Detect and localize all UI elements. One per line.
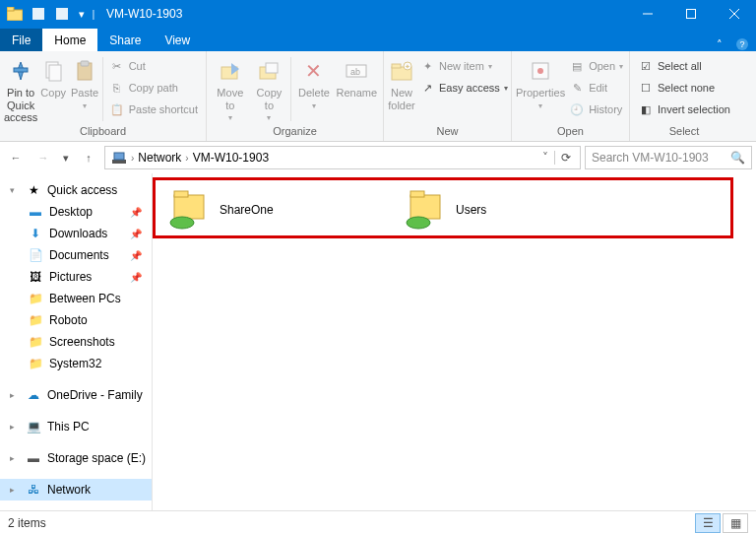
svg-text:ab: ab (350, 67, 360, 77)
svg-rect-1 (7, 7, 14, 11)
pin-icon: 📌 (130, 272, 148, 283)
svg-text:?: ? (739, 39, 744, 49)
svg-rect-5 (687, 10, 696, 19)
svg-rect-27 (112, 160, 126, 164)
tab-home[interactable]: Home (42, 29, 97, 51)
edit-button[interactable]: ✎Edit (565, 77, 627, 99)
shared-folder-icon (168, 189, 210, 231)
help-button[interactable]: ? (728, 37, 756, 51)
svg-rect-32 (176, 219, 188, 225)
content-pane: ShareOne Users (153, 173, 756, 510)
nav-storage[interactable]: ▸▬Storage space (E:) (0, 447, 152, 469)
svg-rect-3 (56, 8, 68, 20)
svg-rect-13 (49, 65, 61, 81)
pin-icon: 📌 (130, 207, 148, 218)
copy-button[interactable]: Copy (37, 53, 69, 100)
explorer-icon (4, 3, 26, 25)
group-label-new: New (388, 125, 507, 141)
refresh-button[interactable]: ⟳ (554, 151, 576, 165)
address-dropdown[interactable]: ˅ (538, 151, 552, 165)
view-large-icons-button[interactable]: ▦ (723, 513, 748, 533)
shared-folder-icon (405, 189, 446, 231)
recent-locations-button[interactable]: ▾ (59, 146, 73, 169)
properties-button[interactable]: Properties▾ (516, 53, 565, 110)
nav-onedrive[interactable]: ▸☁OneDrive - Family (0, 384, 152, 406)
move-to-button[interactable]: Move to▾ (211, 53, 250, 122)
nav-system32[interactable]: 📁System32 (0, 353, 152, 374)
history-button[interactable]: 🕘History (565, 99, 627, 120)
svg-rect-15 (81, 61, 89, 66)
breadcrumb-network[interactable]: Network (136, 151, 183, 165)
invert-selection-button[interactable]: ◧Invert selection (634, 99, 734, 120)
qat-item-1[interactable] (28, 3, 49, 25)
svg-rect-36 (412, 219, 424, 225)
new-item-button[interactable]: ✦New item ▾ (415, 55, 512, 77)
svg-rect-11 (14, 68, 28, 72)
pin-to-quick-access-button[interactable]: Pin to Quick access (4, 53, 37, 124)
nav-network[interactable]: ▸🖧Network (0, 479, 152, 501)
svg-rect-34 (410, 191, 424, 197)
select-none-button[interactable]: ☐Select none (634, 77, 734, 99)
window-title: VM-W10-1903 (100, 7, 626, 21)
svg-rect-33 (410, 195, 440, 219)
qat-dropdown[interactable]: ▾ (75, 3, 89, 25)
group-label-open: Open (516, 125, 625, 141)
nav-this-pc[interactable]: ▸💻This PC (0, 416, 152, 437)
svg-rect-18 (266, 63, 278, 73)
svg-point-26 (537, 68, 543, 74)
new-folder-button[interactable]: ✦ New folder (388, 53, 415, 111)
svg-rect-28 (114, 153, 124, 160)
qat-item-2[interactable] (51, 3, 73, 25)
svg-rect-29 (174, 195, 204, 219)
svg-rect-30 (174, 191, 188, 197)
open-button[interactable]: ▤Open ▾ (565, 55, 627, 77)
forward-button[interactable]: → (32, 146, 55, 169)
tab-file[interactable]: File (0, 29, 42, 51)
status-item-count: 2 items (8, 516, 46, 530)
delete-button[interactable]: ✕ Delete▾ (293, 53, 335, 110)
up-button[interactable]: ↑ (77, 146, 100, 169)
group-label-clipboard: Clipboard (4, 125, 202, 141)
nav-downloads[interactable]: ⬇Downloads📌 (0, 223, 152, 244)
pin-icon: 📌 (130, 229, 148, 239)
tab-share[interactable]: Share (97, 29, 153, 51)
svg-rect-0 (7, 10, 23, 21)
nav-roboto[interactable]: 📁Roboto (0, 309, 152, 331)
nav-screenshots[interactable]: 📁Screenshots (0, 331, 152, 353)
select-all-button[interactable]: ☑Select all (634, 55, 734, 77)
ribbon-collapse-button[interactable]: ˄ (711, 38, 728, 51)
svg-rect-2 (32, 8, 44, 20)
rename-button[interactable]: ab Rename (335, 53, 379, 100)
maximize-button[interactable] (669, 0, 713, 28)
view-details-button[interactable]: ☰ (695, 513, 721, 533)
address-bar[interactable]: › Network › VM-W10-1903 ˅ ⟳ (104, 146, 581, 169)
nav-desktop[interactable]: ▬Desktop📌 (0, 201, 152, 223)
nav-pictures[interactable]: 🖼Pictures📌 (0, 266, 152, 288)
breadcrumb-location[interactable]: VM-W10-1903 (191, 151, 271, 165)
nav-quick-access[interactable]: ▾★Quick access (0, 179, 152, 201)
search-icon: 🔍 (730, 151, 745, 165)
close-button[interactable] (713, 0, 756, 28)
paste-shortcut-button[interactable]: 📋Paste shortcut (105, 99, 202, 120)
copy-to-button[interactable]: Copy to▾ (250, 53, 289, 122)
paste-button[interactable]: Paste▾ (69, 53, 100, 110)
navigation-pane: ▾★Quick access ▬Desktop📌 ⬇Downloads📌 📄Do… (0, 173, 153, 510)
group-label-organize: Organize (211, 125, 379, 141)
copy-path-button[interactable]: ⎘Copy path (105, 77, 202, 99)
easy-access-button[interactable]: ↗Easy access ▾ (415, 77, 512, 99)
back-button[interactable]: ← (4, 146, 28, 169)
nav-between-pcs[interactable]: 📁Between PCs (0, 288, 152, 309)
tab-view[interactable]: View (153, 29, 202, 51)
pin-icon: 📌 (130, 250, 148, 261)
search-input[interactable]: Search VM-W10-1903 🔍 (585, 146, 752, 169)
group-label-select: Select (634, 125, 734, 141)
svg-rect-22 (392, 64, 401, 68)
nav-documents[interactable]: 📄Documents📌 (0, 244, 152, 266)
cut-button[interactable]: ✂Cut (105, 55, 202, 77)
svg-text:✦: ✦ (405, 63, 410, 70)
minimize-button[interactable] (626, 0, 669, 28)
